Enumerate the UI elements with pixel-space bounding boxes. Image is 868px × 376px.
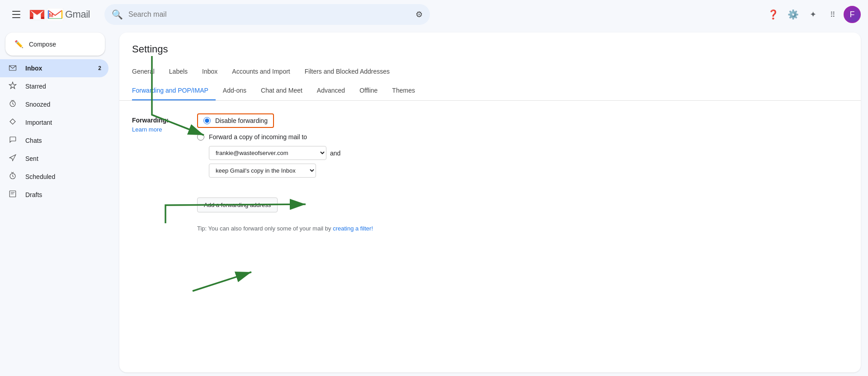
sidebar: ✏️ Compose Inbox 2 Starred Snoozed <box>0 29 116 376</box>
tab-themes[interactable]: Themes <box>385 81 422 101</box>
disable-forwarding-option: Disable forwarding <box>197 113 848 128</box>
chats-icon <box>7 136 18 146</box>
tip-row: Tip: You can also forward only some of y… <box>197 225 848 232</box>
google-apps-button[interactable]: ⠿ <box>824 5 842 24</box>
inbox-icon <box>7 63 18 74</box>
help-button[interactable]: ❓ <box>764 5 782 24</box>
creating-filter-link[interactable]: creating a filter! <box>333 225 373 232</box>
tab-general[interactable]: General <box>132 62 162 81</box>
disable-forwarding-radio[interactable] <box>203 117 211 124</box>
gmail-logo: M Gmail <box>29 8 90 21</box>
and-label: and <box>330 150 340 157</box>
settings-tabs-row1: General Labels Inbox Accounts and Import… <box>119 62 861 81</box>
sidebar-item-chats[interactable]: Chats <box>0 132 108 150</box>
gemini-icon: ✦ <box>810 9 816 19</box>
add-forwarding-button[interactable]: Add a forwarding address <box>197 197 278 212</box>
search-input[interactable] <box>128 10 410 19</box>
gmail-logo-svg: M <box>47 8 63 21</box>
learn-more-link[interactable]: Learn more <box>132 126 186 133</box>
settings-button[interactable]: ⚙️ <box>784 5 802 24</box>
sidebar-item-scheduled[interactable]: Scheduled <box>0 168 108 186</box>
svg-text:M: M <box>49 12 53 19</box>
disable-forwarding-box: Disable forwarding <box>197 113 274 128</box>
sidebar-item-snoozed[interactable]: Snoozed <box>0 95 108 113</box>
tab-chat[interactable]: Chat and Meet <box>254 81 310 101</box>
sent-icon <box>7 154 18 164</box>
search-icon: 🔍 <box>112 9 123 20</box>
search-tune-icon[interactable]: ⚙ <box>415 9 423 19</box>
gmail-m-icon <box>29 8 45 21</box>
tab-offline[interactable]: Offline <box>352 81 385 101</box>
main-layout: ✏️ Compose Inbox 2 Starred Snoozed <box>0 29 868 376</box>
topbar: M Gmail 🔍 ⚙ ❓ ⚙️ ✦ ⠿ F <box>0 0 868 29</box>
sidebar-item-inbox[interactable]: Inbox 2 <box>0 59 108 77</box>
forwarding-section: Forwarding: Learn more Disable forwardin… <box>119 101 861 244</box>
search-bar: 🔍 ⚙ <box>104 4 430 25</box>
menu-button[interactable] <box>7 5 25 24</box>
compose-label: Compose <box>29 41 56 48</box>
topbar-right: ❓ ⚙️ ✦ ⠿ F <box>764 5 861 24</box>
star-icon <box>7 81 18 92</box>
sidebar-item-important[interactable]: Important <box>0 113 108 132</box>
disable-forwarding-label[interactable]: Disable forwarding <box>215 117 268 124</box>
sidebar-item-starred[interactable]: Starred <box>0 77 108 95</box>
sidebar-item-drafts[interactable]: Drafts <box>0 186 108 204</box>
sidebar-item-sent[interactable]: Sent <box>0 150 108 168</box>
tab-filters[interactable]: Filters and Blocked Addresses <box>297 62 397 81</box>
forward-copy-radio[interactable] <box>197 133 204 141</box>
forward-copy-label[interactable]: Forward a copy of incoming mail to <box>209 133 307 141</box>
settings-title: Settings <box>119 33 861 62</box>
forward-email-select[interactable]: frankie@wasteofserver.com <box>209 146 326 160</box>
tab-accounts[interactable]: Accounts and Import <box>225 62 297 81</box>
keep-copy-row: keep Gmail's copy in the Inbox archive G… <box>197 160 848 178</box>
tab-addons[interactable]: Add-ons <box>216 81 254 101</box>
content-area: Settings General Labels Inbox Accounts a… <box>116 29 868 376</box>
settings-tabs-row2: Forwarding and POP/IMAP Add-ons Chat and… <box>119 81 861 101</box>
forward-copy-option: Forward a copy of incoming mail to <box>197 133 848 141</box>
important-icon <box>7 118 18 128</box>
tab-forwarding[interactable]: Forwarding and POP/IMAP <box>132 81 216 101</box>
tab-inbox[interactable]: Inbox <box>195 62 225 81</box>
compose-icon: ✏️ <box>14 40 24 48</box>
forwarding-options: Disable forwarding Forward a copy of inc… <box>197 113 848 232</box>
compose-button[interactable]: ✏️ Compose <box>5 33 105 56</box>
tab-advanced[interactable]: Advanced <box>310 81 352 101</box>
keep-copy-select[interactable]: keep Gmail's copy in the Inbox archive G… <box>209 164 316 178</box>
avatar[interactable]: F <box>844 6 861 23</box>
forwarding-row: Forwarding: Learn more Disable forwardin… <box>132 113 848 232</box>
gmail-wordmark: Gmail <box>65 9 90 20</box>
forwarding-label: Forwarding: <box>132 117 169 124</box>
help-icon: ❓ <box>768 9 779 20</box>
gemini-button[interactable]: ✦ <box>804 5 822 24</box>
drafts-icon <box>7 190 18 200</box>
tab-labels[interactable]: Labels <box>162 62 195 81</box>
settings-panel: Settings General Labels Inbox Accounts a… <box>119 33 861 372</box>
gear-icon: ⚙️ <box>788 9 799 20</box>
forward-email-row: frankie@wasteofserver.com and <box>209 146 848 160</box>
apps-icon: ⠿ <box>830 10 835 19</box>
scheduled-icon <box>7 172 18 182</box>
tip-text: Tip: You can also forward only some of y… <box>197 225 331 232</box>
add-forwarding-row: Add a forwarding address <box>197 188 848 212</box>
snoozed-icon <box>7 99 18 110</box>
forwarding-label-col: Forwarding: Learn more <box>132 113 186 133</box>
